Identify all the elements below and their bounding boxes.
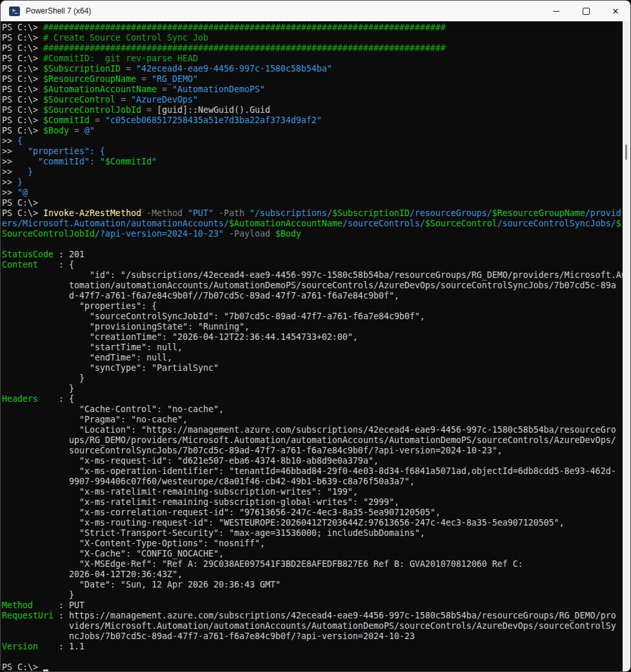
maximize-button[interactable]	[571, 1, 601, 21]
terminal-row: "Pragma": "no-cache",	[2, 415, 623, 425]
powershell-icon: >_	[9, 6, 20, 16]
terminal-row: PS C:\> $AutomationAccountName = "Automa…	[2, 84, 623, 95]
terminal-row: viders/Microsoft.Automation/automationAc…	[2, 621, 623, 631]
terminal-row: ups/RG_DEMO/providers/Microsoft.Automati…	[2, 435, 623, 446]
terminal-row: 2026-04-12T20:36:43Z",	[2, 569, 623, 580]
terminal-row	[2, 652, 623, 662]
terminal-row: >> }	[2, 167, 623, 177]
terminal-row: >> "properties": {	[2, 146, 623, 157]
window-title: PowerShell 7 (x64)	[26, 6, 91, 15]
terminal-row: "x-ms-ratelimit-remaining-subscription-w…	[2, 487, 623, 497]
terminal-row: "x-ms-request-id": "d621e507-eba6-4374-8…	[2, 456, 623, 466]
powershell-window: >_ PowerShell 7 (x64) ✕ PS C:\> ########…	[0, 0, 631, 672]
terminal-row: PS C:\>	[2, 198, 623, 208]
close-button[interactable]: ✕	[601, 1, 630, 21]
terminal-row: PS C:\> Invoke-AzRestMethod -Method "PUT…	[2, 208, 623, 219]
terminal-row: }	[2, 373, 623, 384]
terminal-row: "syncType": "PartialSync"	[2, 363, 623, 373]
minimize-icon	[553, 11, 559, 12]
terminal-row: PS C:\> $Body = @"	[2, 126, 623, 136]
terminal-output[interactable]: PS C:\> ################################…	[1, 21, 623, 671]
terminal-row: Content : {	[2, 260, 623, 270]
title-bar[interactable]: >_ PowerShell 7 (x64) ✕	[1, 1, 630, 21]
terminal-row: PS C:\> $SubscriptionID = "42ecead4-eae9…	[2, 64, 623, 74]
terminal-row: "Location": "https://management.azure.co…	[2, 425, 623, 435]
scrollbar-thumb[interactable]	[625, 144, 627, 160]
terminal-row: >> }	[2, 177, 623, 188]
terminal-row: PS C:\> $CommitId = "c05ceb068517258435a…	[2, 115, 623, 126]
terminal-row: tomation/automationAccounts/AutomationDe…	[2, 281, 623, 291]
terminal-row: "id": "/subscriptions/42ecead4-eae9-4456…	[2, 270, 623, 281]
terminal-row: "x-ms-correlation-request-id": "97613656…	[2, 508, 623, 518]
terminal-row: "endTime": null,	[2, 353, 623, 363]
terminal-row: "X-MSEdge-Ref": "Ref A: 29C038AE097541F3…	[2, 559, 623, 569]
terminal-row: >> {	[2, 136, 623, 146]
terminal-row: "x-ms-ratelimit-remaining-subscription-g…	[2, 497, 623, 508]
terminal-row: >> "@	[2, 188, 623, 198]
maximize-icon	[583, 8, 590, 15]
terminal-row: "creationTime": "2026-04-12T22:36:44.145…	[2, 332, 623, 342]
powershell-icon-glyph: >_	[12, 8, 17, 14]
terminal-row: ers/Microsoft.Automation/automationAccou…	[2, 219, 623, 229]
terminal-row: PS C:\> $SourceControl = "AzureDevOps"	[2, 95, 623, 105]
caption-buttons: ✕	[541, 1, 630, 21]
terminal-row: PS C:\> $ResourceGroupName = "RG_DEMO"	[2, 74, 623, 84]
terminal-row: 9907-994406c07f60/westeurope/c8a01f46-cb…	[2, 477, 623, 487]
scrollbar[interactable]	[623, 21, 630, 671]
close-icon: ✕	[612, 7, 619, 15]
terminal-row: RequestUri : https://management.azure.co…	[2, 611, 623, 621]
minimize-button[interactable]	[541, 1, 571, 21]
terminal-row: "X-Cache": "CONFIG_NOCACHE",	[2, 549, 623, 559]
terminal-row: >> "commitId": "$CommitId"	[2, 157, 623, 167]
terminal-row: "Date": "Sun, 12 Apr 2026 20:36:43 GMT"	[2, 580, 623, 590]
terminal-row: "x-ms-operation-identifier": "tenantId=4…	[2, 466, 623, 477]
terminal-row: "startTime": null,	[2, 342, 623, 353]
terminal-row: }	[2, 384, 623, 394]
terminal-row: "properties": {	[2, 301, 623, 311]
terminal-row: }	[2, 590, 623, 600]
terminal-row: ncJobs/7b07cd5c-89ad-47f7-a761-f6a7e84c9…	[2, 631, 623, 642]
terminal-row: "Strict-Transport-Security": "max-age=31…	[2, 528, 623, 539]
terminal-row: sourceControlSyncJobs/7b07cd5c-89ad-47f7…	[2, 446, 623, 456]
terminal-row: Headers : {	[2, 394, 623, 404]
terminal-row: "sourceControlSyncJobId": "7b07cd5c-89ad…	[2, 311, 623, 322]
terminal-row: Version : 1.1	[2, 642, 623, 652]
terminal-row	[2, 239, 623, 250]
terminal-row: "x-ms-routing-request-id": "WESTEUROPE:2…	[2, 518, 623, 528]
terminal-row: StatusCode : 201	[2, 250, 623, 260]
terminal-row: SourceControlJobId/?api-version=2024-10-…	[2, 229, 623, 239]
terminal-row: PS C:\> #CommitID: git rev-parse HEAD	[2, 54, 623, 64]
terminal-row: PS C:\> $SourceControlJobId = [guid]::Ne…	[2, 105, 623, 115]
terminal-row: "provisioningState": "Running",	[2, 322, 623, 332]
terminal-row: PS C:\>	[2, 662, 623, 671]
terminal-row: PS C:\> # Create Source Control Sync Job	[2, 33, 623, 43]
terminal-row: PS C:\> ################################…	[2, 43, 623, 54]
terminal-row: d-47f7-a761-f6a7e84c9b0f//7b07cd5c-89ad-…	[2, 291, 623, 301]
terminal-row: Method : PUT	[2, 600, 623, 611]
terminal-row: "Cache-Control": "no-cache",	[2, 404, 623, 415]
terminal-cursor	[43, 669, 48, 671]
terminal-row: PS C:\> ################################…	[2, 23, 623, 33]
terminal-row: "X-Content-Type-Options": "nosniff",	[2, 539, 623, 549]
